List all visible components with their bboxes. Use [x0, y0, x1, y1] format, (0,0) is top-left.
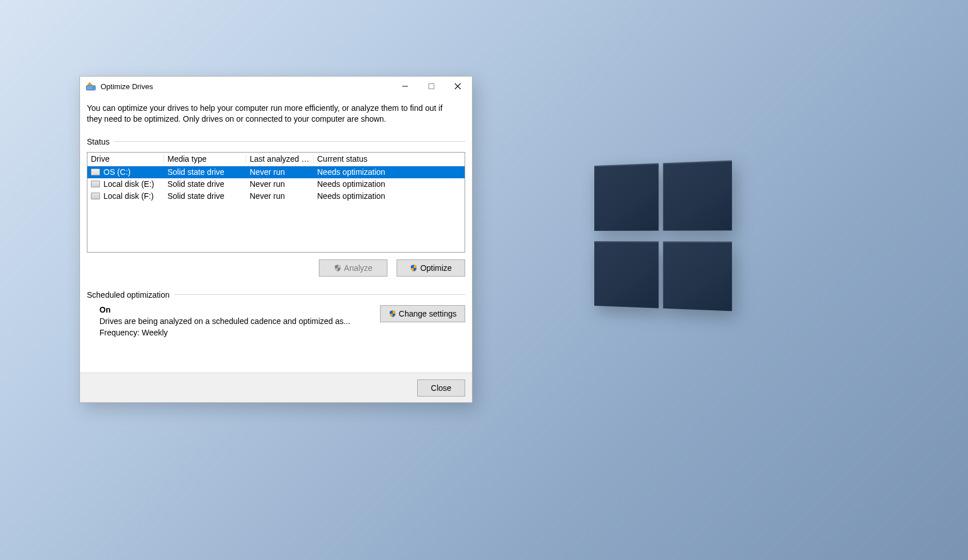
close-label: Close — [431, 383, 451, 393]
optimize-button[interactable]: Optimize — [397, 259, 465, 277]
close-dialog-button[interactable]: Close — [417, 379, 465, 397]
scheduled-state: On — [99, 305, 380, 314]
scheduled-frequency: Frequency: Weekly — [99, 328, 380, 337]
drive-status: Needs optimization — [314, 167, 465, 177]
optimize-drives-window: Optimize Drives You can optimize your dr… — [79, 76, 473, 403]
drive-last: Never run — [246, 191, 314, 201]
logo-tile — [594, 163, 658, 231]
logo-tile — [663, 241, 732, 311]
drive-status: Needs optimization — [314, 191, 465, 201]
status-rule — [114, 141, 465, 142]
drive-last: Never run — [246, 179, 314, 189]
drive-name: Local disk (F:) — [103, 191, 154, 201]
analyze-button[interactable]: Analyze — [319, 259, 387, 277]
drive-name: Local disk (E:) — [103, 179, 154, 189]
dialog-footer: Close — [80, 373, 472, 402]
shield-icon — [334, 264, 342, 272]
status-heading: Status — [87, 137, 465, 146]
drive-name: OS (C:) — [103, 167, 130, 177]
scheduled-rule — [174, 294, 465, 295]
column-last[interactable]: Last analyzed or ... — [246, 154, 314, 163]
drive-row[interactable]: OS (C:)Solid state driveNever runNeeds o… — [87, 166, 465, 178]
column-media[interactable]: Media type — [164, 154, 246, 163]
drive-status: Needs optimization — [314, 179, 465, 189]
drive-media: Solid state drive — [164, 191, 246, 201]
svg-point-1 — [93, 87, 94, 89]
titlebar[interactable]: Optimize Drives — [80, 77, 472, 96]
maximize-button[interactable] — [418, 77, 445, 95]
scheduled-desc: Drives are being analyzed on a scheduled… — [99, 317, 380, 326]
analyze-label: Analyze — [344, 263, 373, 273]
change-settings-label: Change settings — [399, 309, 457, 318]
svg-rect-3 — [429, 84, 434, 89]
intro-text: You can optimize your drives to help you… — [87, 103, 453, 125]
minimize-button[interactable] — [392, 77, 418, 95]
shield-icon — [410, 264, 418, 272]
drive-icon — [91, 193, 100, 199]
drives-list[interactable]: Drive Media type Last analyzed or ... Cu… — [87, 152, 465, 253]
drive-row[interactable]: Local disk (F:)Solid state driveNever ru… — [87, 190, 465, 202]
drive-media: Solid state drive — [164, 167, 246, 177]
shield-icon — [389, 310, 397, 318]
column-status[interactable]: Current status — [314, 154, 465, 163]
drive-media: Solid state drive — [164, 179, 246, 189]
status-label: Status — [87, 137, 114, 146]
logo-tile — [663, 161, 732, 231]
close-button[interactable] — [445, 77, 471, 95]
optimize-drives-icon — [86, 81, 96, 91]
windows-logo — [594, 161, 732, 311]
column-drive[interactable]: Drive — [87, 154, 164, 163]
drive-icon — [91, 181, 100, 187]
window-title: Optimize Drives — [101, 82, 392, 91]
change-settings-button[interactable]: Change settings — [380, 305, 465, 322]
drive-row[interactable]: Local disk (E:)Solid state driveNever ru… — [87, 178, 465, 190]
logo-tile — [594, 241, 658, 309]
scheduled-label: Scheduled optimization — [87, 290, 174, 299]
drive-icon — [91, 169, 100, 175]
scheduled-heading: Scheduled optimization — [87, 290, 465, 299]
optimize-label: Optimize — [420, 263, 451, 273]
drive-last: Never run — [246, 167, 314, 177]
